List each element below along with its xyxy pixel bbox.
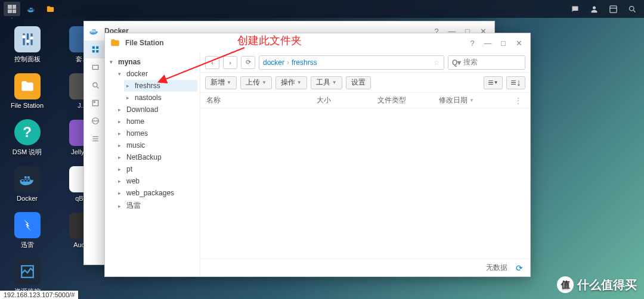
tree-label: web_packages <box>126 189 174 197</box>
tree-item-迅雷[interactable]: ▸迅雷 <box>116 199 197 213</box>
svg-point-17 <box>92 83 97 87</box>
tree-item-pt[interactable]: ▸pt <box>116 163 197 175</box>
tree-root[interactable]: ▾mynas <box>107 56 197 68</box>
col-type[interactable]: 文件类型 <box>377 95 439 105</box>
minimize-button[interactable]: — <box>481 36 494 49</box>
close-button[interactable]: ✕ <box>512 36 525 49</box>
file-station-window[interactable]: File Station ? — □ ✕ ▾mynas ▾docker ▸fre… <box>104 33 531 277</box>
desktop-icon-dsm-help[interactable]: ?DSM 说明 <box>5 117 49 158</box>
browser-status-url: 192.168.123.107:5000/# <box>0 291 78 299</box>
docker-side-image[interactable] <box>84 94 106 112</box>
tree-label: docker <box>126 70 148 78</box>
svg-point-9 <box>26 39 29 42</box>
tree-item-music[interactable]: ▸music <box>116 139 197 151</box>
star-icon[interactable]: ☆ <box>434 58 440 67</box>
forward-button[interactable]: › <box>223 56 237 69</box>
svg-line-18 <box>97 86 98 88</box>
docker-side-network[interactable] <box>84 112 106 130</box>
tree-item-docker[interactable]: ▾docker <box>116 68 197 80</box>
tree-label: music <box>126 141 145 150</box>
col-date[interactable]: 修改日期 ▼ <box>439 95 512 105</box>
taskbar <box>0 0 644 18</box>
user-icon[interactable] <box>586 2 602 16</box>
tree-item-Download[interactable]: ▸Download <box>116 104 197 116</box>
svg-point-0 <box>593 6 596 9</box>
svg-rect-14 <box>92 50 94 52</box>
view-list-button[interactable]: ≡ ▼ <box>484 76 503 89</box>
breadcrumb[interactable]: docker › freshrss ☆ <box>259 55 444 70</box>
upload-button[interactable]: 上传▼ <box>240 76 272 89</box>
svg-point-3 <box>629 6 634 11</box>
operate-button[interactable]: 操作▼ <box>275 76 307 89</box>
sort-button[interactable]: ≡↓ <box>506 76 525 89</box>
refresh-button[interactable]: ⟳ <box>516 263 523 273</box>
folder-icon <box>110 38 120 48</box>
reload-button[interactable]: ⟳ <box>241 56 255 69</box>
docker-icon <box>89 26 100 36</box>
status-bar: 无数据 ⟳ <box>200 258 530 276</box>
search-placeholder: 搜索 <box>463 57 478 67</box>
desktop-label: Docker <box>17 195 38 202</box>
watermark: 值 什么值得买 <box>557 276 637 293</box>
docker-side-registry[interactable] <box>84 76 106 94</box>
tree-item-freshrss[interactable]: ▸freshrss <box>124 80 197 92</box>
new-button[interactable]: 新增▼ <box>205 76 237 89</box>
folder-tree[interactable]: ▾mynas ▾docker ▸freshrss▸nastools ▸Downl… <box>105 52 200 276</box>
col-more[interactable]: ⋮ <box>512 96 524 105</box>
svg-point-8 <box>22 35 25 38</box>
breadcrumb-item[interactable]: freshrss <box>292 58 317 67</box>
desktop-icon-control-panel[interactable]: 控制面板 <box>5 24 49 66</box>
docker-side-log[interactable] <box>84 130 106 148</box>
settings-button[interactable]: 设置 <box>346 76 371 89</box>
file-list-content[interactable] <box>200 108 530 258</box>
tree-label: freshrss <box>135 82 160 90</box>
tools-button[interactable]: 工具▼ <box>311 76 342 89</box>
svg-rect-13 <box>96 46 98 49</box>
widgets-icon[interactable] <box>605 2 621 16</box>
docker-side-container[interactable] <box>84 58 106 76</box>
fs-titlebar[interactable]: File Station ? — □ ✕ <box>105 33 530 52</box>
docker-sidebar <box>84 41 107 264</box>
svg-rect-1 <box>609 5 616 12</box>
tree-item-nastools[interactable]: ▸nastools <box>124 92 197 104</box>
svg-rect-16 <box>92 66 98 70</box>
svg-point-10 <box>30 36 33 39</box>
fs-title: File Station <box>125 39 164 47</box>
back-button[interactable]: ‹ <box>205 56 219 69</box>
col-size[interactable]: 大小 <box>317 95 378 105</box>
docker-side-overview[interactable] <box>84 41 106 58</box>
chat-icon[interactable] <box>566 2 583 16</box>
taskbar-docker[interactable] <box>23 2 39 16</box>
tree-item-web_packages[interactable]: ▸web_packages <box>116 187 197 199</box>
maximize-button[interactable]: □ <box>497 36 510 49</box>
desktop-icon-xunlei[interactable]: 迅雷 <box>5 210 49 251</box>
search-input[interactable]: Q▾ 搜索 <box>448 55 525 70</box>
status-text: 无数据 <box>486 263 507 273</box>
main-menu-button[interactable] <box>4 2 20 16</box>
fs-main-panel: ‹ › ⟳ docker › freshrss ☆ Q▾ 搜索 新增▼ 上传▼ … <box>200 52 530 276</box>
tree-item-NetBackup[interactable]: ▸NetBackup <box>116 151 197 163</box>
breadcrumb-item[interactable]: docker <box>263 58 284 67</box>
tree-label: homes <box>126 129 148 138</box>
desktop-label: File Station <box>11 102 44 109</box>
desktop-label: DSM 说明 <box>13 148 42 157</box>
tree-label: nastools <box>135 94 162 102</box>
desktop-label: 控制面板 <box>14 55 41 64</box>
tree-label: web <box>126 177 140 185</box>
desktop-icon-file-station[interactable]: File Station <box>5 70 49 112</box>
svg-rect-12 <box>92 46 94 49</box>
col-name[interactable]: 名称 <box>206 95 317 105</box>
file-list-header: 名称 大小 文件类型 修改日期 ▼ ⋮ <box>200 93 530 108</box>
tree-label: NetBackup <box>126 153 162 161</box>
desktop-label: 迅雷 <box>21 241 34 250</box>
svg-rect-6 <box>26 33 28 45</box>
search-icon[interactable] <box>624 2 640 16</box>
tree-item-homes[interactable]: ▸homes <box>116 127 197 139</box>
help-button[interactable]: ? <box>466 36 479 49</box>
tree-item-web[interactable]: ▸web <box>116 175 197 187</box>
tree-item-home[interactable]: ▸home <box>116 116 197 127</box>
taskbar-folder[interactable] <box>42 2 58 16</box>
svg-rect-15 <box>96 50 98 52</box>
desktop-icon-docker[interactable]: Docker <box>5 163 49 205</box>
fs-nav-toolbar: ‹ › ⟳ docker › freshrss ☆ Q▾ 搜索 <box>200 52 530 73</box>
